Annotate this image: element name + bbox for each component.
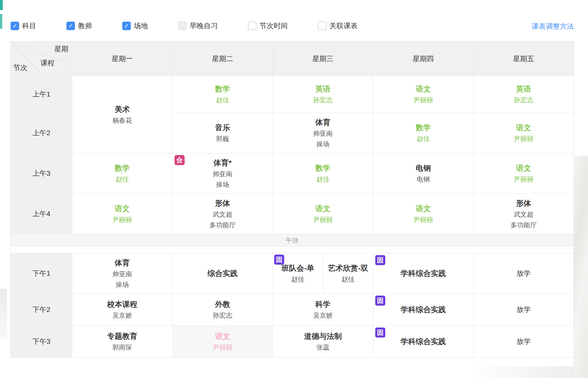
course-teacher: 尹丽丽 — [514, 174, 533, 184]
course-teacher: 郭雨琛 — [112, 342, 132, 353]
course-cell[interactable]: 语文尹丽丽 — [273, 194, 373, 234]
course-cell[interactable]: 数学赵佳 — [72, 153, 172, 194]
course-cell[interactable]: 电钢电钢 — [373, 153, 473, 194]
period-label: 上午3 — [11, 153, 72, 194]
course-venue: 操场 — [316, 139, 329, 149]
course-subject: 学科综合实践 — [401, 304, 446, 315]
course-teacher: 武文超 — [213, 209, 232, 220]
course-cell[interactable]: 综合实践 — [173, 253, 273, 294]
course-subject: 语文 — [516, 122, 531, 133]
course-subject: 科学 — [315, 299, 330, 310]
unchecked-checkbox-icon[interactable] — [248, 22, 257, 30]
filter-teacher[interactable]: ✓教师 — [66, 21, 92, 31]
course-cell[interactable]: 形体武文超多功能厅 — [173, 194, 273, 234]
course-cell[interactable]: 语文尹丽丽 — [474, 113, 574, 153]
course-teacher: 赵佳 — [116, 174, 129, 184]
course-teacher: 尹丽丽 — [213, 342, 232, 353]
course-subject: 数学 — [416, 122, 431, 133]
course-subject: 学科综合实践 — [401, 336, 446, 347]
course-cell[interactable]: 英语孙宏志 — [273, 76, 373, 113]
course-cell[interactable]: 数学赵佳 — [273, 153, 373, 194]
checked-checkbox-icon[interactable]: ✓ — [122, 22, 131, 30]
course-cell[interactable]: 外教孙宏志 — [173, 294, 273, 325]
filter-self-study[interactable]: 早晚自习 — [178, 21, 218, 31]
course-cell[interactable]: 数学赵佳 — [173, 76, 273, 113]
course-cell[interactable]: 放学 — [474, 294, 574, 325]
filter-label: 节次时间 — [260, 21, 288, 31]
course-subject: 综合实践 — [207, 268, 238, 279]
background-texture-right — [573, 156, 588, 378]
course-subject: 学科综合实践 — [401, 268, 446, 279]
course-venue: 操场 — [216, 179, 229, 190]
filter-subject[interactable]: ✓科目 — [11, 21, 36, 31]
course-cell[interactable]: 体育帅亚南操场 — [72, 253, 172, 294]
course-cell[interactable]: 体育帅亚南操场 — [273, 113, 373, 153]
course-cell[interactable]: 固学科综合实践 — [373, 326, 473, 357]
badge-combined-icon: 合 — [175, 155, 185, 165]
checked-checkbox-icon[interactable]: ✓ — [11, 22, 19, 30]
course-cell[interactable]: 固学科综合实践 — [373, 253, 473, 294]
course-cell[interactable]: 语文尹丽丽 — [373, 194, 473, 234]
course-cell[interactable]: 美术杨春花 — [72, 76, 172, 153]
course-subject: 英语 — [315, 83, 330, 95]
course-teacher: 尹丽丽 — [413, 214, 433, 225]
course-cell[interactable]: 语文尹丽丽 — [72, 194, 172, 234]
background-sliver-bottom — [0, 14, 2, 29]
background-texture-bottom — [468, 366, 574, 378]
course-subject: 语文 — [516, 162, 531, 174]
course-subject: 体育 — [115, 257, 130, 269]
unchecked-checkbox-icon[interactable] — [318, 22, 326, 30]
course-subcell[interactable]: 艺术欣赏-双赵佳 — [323, 253, 373, 294]
filter-period-time[interactable]: 节次时间 — [248, 21, 288, 31]
course-teacher: 吴京娇 — [313, 310, 333, 321]
course-cell[interactable]: 放学 — [474, 326, 574, 357]
course-cell[interactable]: 科学吴京娇 — [273, 294, 373, 325]
timetable-adjust-link[interactable]: 课表调整方法 — [532, 22, 574, 31]
course-subject: 形体 — [215, 198, 230, 209]
course-subcell[interactable]: 固班队会-单赵佳 — [273, 253, 323, 294]
course-cell[interactable]: 固班队会-单赵佳艺术欣赏-双赵佳 — [273, 253, 373, 294]
course-subject: 语文 — [115, 203, 130, 214]
course-teacher: 张蕊 — [316, 342, 329, 353]
course-cell[interactable]: 校本课程吴京娇 — [72, 294, 172, 325]
course-venue: 多功能厅 — [511, 220, 537, 230]
filter-label: 场地 — [134, 21, 148, 31]
lunch-row: 午休 — [11, 234, 574, 246]
corner-course-label: 课程 — [40, 58, 55, 68]
course-teacher: 孙宏志 — [313, 95, 333, 105]
course-subject: 语文 — [416, 83, 431, 95]
course-cell[interactable]: 语文尹丽丽 — [373, 76, 473, 113]
filter-venue[interactable]: ✓场地 — [122, 21, 148, 31]
course-cell[interactable]: 英语孙宏志 — [474, 76, 574, 113]
checked-checkbox-icon[interactable]: ✓ — [66, 22, 75, 30]
course-teacher: 帅亚南 — [112, 269, 132, 279]
course-cell[interactable]: 固学科综合实践 — [373, 294, 473, 325]
filter-linked-timetable[interactable]: 关联课表 — [318, 21, 358, 31]
course-subject: 艺术欣赏-双 — [328, 262, 368, 274]
course-cell[interactable]: 形体武文超多功能厅 — [474, 194, 574, 234]
spacer-row — [11, 247, 574, 253]
course-cell[interactable]: 放学 — [474, 253, 574, 294]
filter-label: 教师 — [78, 21, 92, 31]
course-cell[interactable]: 专题教育郭雨琛 — [72, 326, 172, 357]
course-teacher: 尹丽丽 — [112, 214, 132, 225]
day-header-1: 星期一 — [72, 42, 172, 76]
course-cell[interactable]: 语文尹丽丽 — [173, 326, 273, 357]
course-cell[interactable]: 合体育*帅亚南操场 — [173, 153, 273, 194]
course-teacher: 赵佳 — [417, 133, 430, 144]
course-cell[interactable]: 数学赵佳 — [373, 113, 473, 153]
course-teacher: 武文超 — [514, 209, 533, 220]
course-teacher: 孙宏志 — [213, 310, 232, 321]
course-cell[interactable]: 语文尹丽丽 — [474, 153, 574, 194]
course-subject: 数学 — [115, 162, 130, 174]
unchecked-checkbox-icon[interactable] — [178, 22, 187, 30]
day-header-4: 星期四 — [373, 42, 473, 76]
course-teacher: 尹丽丽 — [514, 133, 533, 144]
course-subject: 校本课程 — [107, 299, 137, 310]
badge-fixed-icon: 固 — [375, 296, 385, 306]
course-cell[interactable]: 音乐郭巍 — [173, 113, 273, 153]
course-subject: 音乐 — [215, 122, 230, 133]
course-teacher: 吴京娇 — [112, 310, 132, 321]
filter-bar: ✓科目✓教师✓场地早晚自习节次时间关联课表 课表调整方法 — [11, 21, 574, 32]
course-cell[interactable]: 道德与法制张蕊 — [273, 326, 373, 357]
